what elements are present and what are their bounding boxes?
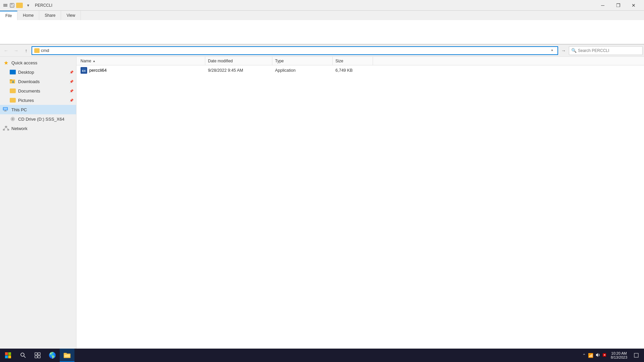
- address-input[interactable]: [41, 48, 547, 53]
- notification-button[interactable]: [631, 349, 641, 362]
- table-row[interactable]: EX perccli64 9/28/2022 9:45 AM Applicati…: [76, 65, 644, 75]
- downloads-label: Downloads: [18, 79, 40, 84]
- file-size: 6,749 KB: [333, 68, 373, 73]
- window-title: PERCCLI: [35, 3, 595, 8]
- chevron-down-icon: ▼: [551, 49, 553, 52]
- ribbon-tabs: File Home Share View: [0, 11, 644, 20]
- forward-button[interactable]: →: [11, 46, 21, 55]
- minimize-button[interactable]: ─: [595, 0, 610, 11]
- sidebar-item-desktop[interactable]: Desktop 📌: [0, 67, 76, 77]
- sidebar: ★ Quick access Desktop 📌 Downloads 📌 Doc…: [0, 57, 76, 352]
- taskbar: 🌎 ⌃ 📶 ✕ 10:20 AM 8/13/2023: [0, 349, 644, 362]
- file-type: Application: [272, 68, 333, 73]
- back-button[interactable]: ←: [1, 46, 11, 55]
- sidebar-item-this-pc[interactable]: This PC: [0, 105, 76, 114]
- svg-rect-2: [3, 6, 7, 7]
- search-box: 🔍: [569, 46, 643, 55]
- cd-drive-icon: [9, 116, 16, 122]
- svg-rect-37: [5, 352, 8, 355]
- column-headers: Name ▲ Date modified Type Size: [76, 57, 644, 65]
- file-name-cell: EX perccli64: [78, 67, 205, 74]
- svg-rect-9: [12, 82, 14, 83]
- tab-file[interactable]: File: [0, 11, 17, 20]
- this-pc-icon: [3, 106, 9, 113]
- svg-rect-49: [64, 355, 70, 357]
- save-icon[interactable]: [9, 3, 15, 8]
- file-explorer-button[interactable]: [60, 349, 74, 362]
- internet-explorer-button[interactable]: 🌎: [45, 349, 60, 362]
- svg-rect-7: [10, 79, 12, 80]
- svg-point-41: [21, 353, 24, 356]
- svg-rect-4: [11, 3, 13, 5]
- pictures-icon: [9, 97, 16, 104]
- maximize-button[interactable]: ❐: [610, 0, 626, 11]
- task-view-button[interactable]: [30, 349, 45, 362]
- search-input[interactable]: [578, 48, 640, 53]
- svg-rect-53: [634, 353, 638, 357]
- address-bar[interactable]: ▼: [32, 46, 558, 55]
- system-menu-icon[interactable]: [3, 3, 8, 8]
- svg-rect-40: [8, 356, 11, 359]
- svg-rect-1: [3, 5, 7, 6]
- col-header-type[interactable]: Type: [272, 57, 333, 65]
- quick-access-label: Quick access: [11, 60, 37, 65]
- network-tray-icon[interactable]: 📶: [588, 353, 593, 358]
- security-tray-icon[interactable]: ✕: [602, 353, 607, 358]
- pin-icon-downloads: 📌: [69, 80, 73, 83]
- downloads-icon: [9, 78, 16, 85]
- sidebar-item-cd-drive[interactable]: CD Drive (D:) SSS_X64: [0, 114, 76, 124]
- svg-rect-5: [11, 5, 13, 7]
- svg-rect-45: [35, 356, 37, 358]
- col-header-size[interactable]: Size: [333, 57, 373, 65]
- ribbon: File Home Share View: [0, 11, 644, 45]
- tab-home[interactable]: Home: [17, 11, 39, 20]
- col-header-name[interactable]: Name ▲: [78, 57, 205, 65]
- svg-line-42: [24, 356, 25, 358]
- sidebar-item-documents[interactable]: Documents 📌: [0, 86, 76, 96]
- system-tray: ⌃ 📶 ✕: [582, 353, 607, 358]
- up-button[interactable]: ↑: [21, 46, 31, 55]
- sound-tray-icon[interactable]: [595, 353, 600, 358]
- title-bar-icons: ▼: [3, 3, 31, 8]
- sidebar-item-pictures[interactable]: Pictures 📌: [0, 96, 76, 105]
- svg-rect-11: [4, 108, 7, 110]
- svg-rect-0: [3, 4, 7, 5]
- clock-time: 10:20 AM: [611, 351, 627, 355]
- svg-rect-17: [5, 126, 7, 127]
- sidebar-item-downloads[interactable]: Downloads 📌: [0, 77, 76, 86]
- documents-label: Documents: [18, 88, 40, 94]
- pin-icon-pictures: 📌: [69, 99, 73, 102]
- sidebar-item-network[interactable]: Network: [0, 124, 76, 133]
- svg-rect-19: [7, 129, 9, 130]
- tab-view[interactable]: View: [61, 11, 81, 20]
- file-date: 9/28/2022 9:45 AM: [205, 68, 272, 73]
- svg-rect-13: [4, 111, 7, 111]
- desktop-icon: [9, 69, 16, 75]
- taskbar-right: ⌃ 📶 ✕ 10:20 AM 8/13/2023: [582, 349, 644, 362]
- dropdown-icon[interactable]: ▼: [25, 3, 31, 8]
- address-dropdown[interactable]: ▼: [549, 47, 555, 54]
- this-pc-label: This PC: [11, 107, 27, 112]
- svg-text:EX: EX: [82, 69, 86, 72]
- svg-rect-12: [5, 110, 6, 111]
- svg-marker-50: [596, 353, 598, 357]
- svg-rect-38: [8, 352, 11, 355]
- start-button[interactable]: [0, 349, 16, 362]
- svg-line-20: [4, 127, 6, 129]
- window-controls: ─ ❐ ✕: [595, 0, 641, 11]
- sidebar-item-quick-access[interactable]: ★ Quick access: [0, 58, 76, 67]
- main-layout: ★ Quick access Desktop 📌 Downloads 📌 Doc…: [0, 57, 644, 352]
- taskbar-search-button[interactable]: [17, 350, 30, 360]
- col-header-date[interactable]: Date modified: [205, 57, 272, 65]
- close-button[interactable]: ✕: [626, 0, 641, 11]
- quick-access-icon: ★: [3, 59, 9, 66]
- go-button[interactable]: →: [559, 46, 568, 55]
- chevron-up-icon[interactable]: ⌃: [582, 353, 586, 358]
- title-bar: ▼ PERCCLI ─ ❐ ✕: [0, 0, 644, 11]
- sort-arrow-icon: ▲: [93, 59, 96, 63]
- system-clock[interactable]: 10:20 AM 8/13/2023: [608, 351, 630, 359]
- tab-share[interactable]: Share: [39, 11, 61, 20]
- svg-point-16: [12, 119, 13, 119]
- svg-rect-39: [5, 356, 8, 359]
- address-folder-icon: [34, 48, 40, 53]
